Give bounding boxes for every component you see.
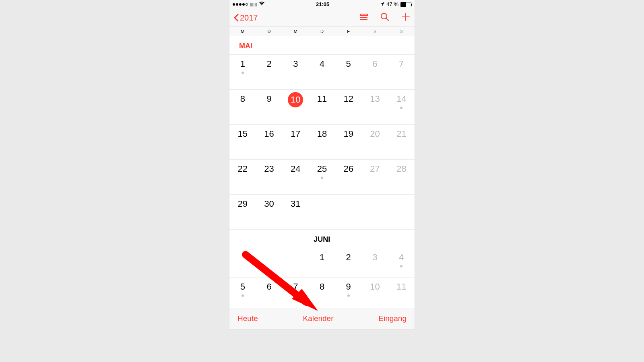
day-cell[interactable]: 19 — [335, 125, 362, 159]
day-number: 2 — [346, 252, 351, 263]
month-label-june-row: JUNI — [229, 230, 415, 248]
day-cell[interactable]: 24 — [282, 160, 309, 194]
event-dot-icon — [242, 294, 244, 297]
battery-label: 47 % — [386, 0, 398, 9]
day-number: 30 — [264, 199, 274, 209]
calendar-row: 293031 — [229, 195, 415, 230]
day-cell[interactable]: 21 — [388, 125, 415, 159]
day-cell[interactable]: 10 — [282, 90, 309, 124]
event-dot-icon — [242, 72, 244, 74]
day-cell[interactable]: 25 — [309, 160, 335, 194]
inbox-button[interactable]: Eingang — [378, 314, 407, 323]
day-cell[interactable]: 5 — [335, 55, 362, 89]
day-cell[interactable]: 1 — [309, 248, 335, 277]
weekday: S — [388, 29, 415, 34]
nav-bar: 2017 — [229, 9, 415, 27]
carrier-icon — [250, 3, 257, 6]
day-number: 23 — [264, 164, 274, 174]
chevron-left-icon — [233, 14, 239, 22]
day-cell[interactable]: 16 — [256, 125, 283, 159]
calendar-row: 1234 — [229, 248, 415, 278]
day-cell[interactable]: 8 — [309, 278, 335, 312]
day-number: 12 — [343, 94, 353, 104]
day-number: 31 — [291, 199, 300, 209]
calendar-row: 891011121314 — [229, 90, 415, 125]
day-cell[interactable]: 3 — [282, 55, 309, 89]
day-cell[interactable]: 17 — [282, 125, 309, 159]
search-icon[interactable] — [380, 12, 390, 23]
event-dot-icon — [400, 107, 402, 109]
today-button[interactable]: Heute — [237, 314, 258, 323]
day-cell[interactable]: 7 — [282, 278, 309, 312]
day-cell[interactable]: 6 — [256, 278, 283, 312]
cell-signal-icon — [233, 3, 248, 6]
day-number: 14 — [396, 94, 406, 104]
empty-cell — [309, 195, 335, 229]
back-label: 2017 — [240, 13, 258, 23]
day-cell[interactable]: 29 — [229, 195, 256, 229]
day-number: 8 — [240, 94, 245, 104]
calendar-row: 1234567 — [229, 55, 415, 90]
day-cell[interactable]: 4 — [309, 55, 335, 89]
event-dot-icon — [400, 265, 402, 267]
day-number: 1 — [320, 252, 324, 263]
day-cell[interactable]: 26 — [335, 160, 362, 194]
day-cell[interactable]: 6 — [362, 55, 388, 89]
calendar-scroll[interactable]: MAI 123456789101112131415161718192021222… — [229, 36, 415, 313]
day-cell[interactable]: 22 — [229, 160, 256, 194]
weekday: M — [229, 29, 256, 34]
day-cell[interactable]: 15 — [229, 125, 256, 159]
weekday: F — [335, 29, 362, 34]
day-number: 3 — [293, 59, 298, 69]
day-cell[interactable]: 9 — [256, 90, 283, 124]
day-cell[interactable]: 28 — [388, 160, 415, 194]
empty-cell — [229, 248, 256, 277]
day-cell[interactable]: 2 — [335, 248, 362, 277]
day-number: 13 — [370, 94, 380, 104]
day-cell[interactable]: 14 — [388, 90, 415, 124]
day-cell[interactable]: 2 — [256, 55, 283, 89]
day-cell[interactable]: 11 — [388, 278, 415, 312]
weekday: S — [362, 29, 388, 34]
day-cell[interactable]: 1 — [229, 55, 256, 89]
location-icon — [380, 0, 384, 9]
day-number: 7 — [399, 59, 404, 69]
day-cell[interactable]: 7 — [388, 55, 415, 89]
add-icon[interactable] — [401, 12, 411, 23]
day-number: 25 — [317, 164, 327, 174]
day-number: 28 — [396, 164, 406, 174]
day-number: 20 — [370, 129, 380, 139]
day-number: 9 — [346, 282, 351, 292]
event-dot-icon — [347, 294, 350, 297]
day-number: 4 — [320, 59, 324, 69]
day-number: 6 — [372, 59, 377, 69]
day-number: 21 — [396, 129, 406, 139]
day-cell[interactable]: 12 — [335, 90, 362, 124]
day-cell[interactable]: 10 — [362, 278, 388, 312]
day-cell[interactable]: 8 — [229, 90, 256, 124]
back-button[interactable]: 2017 — [233, 13, 258, 23]
day-cell[interactable]: 27 — [362, 160, 388, 194]
day-cell[interactable]: 3 — [362, 248, 388, 277]
day-number: 5 — [240, 282, 245, 292]
day-cell[interactable]: 4 — [388, 248, 415, 277]
day-number: 4 — [399, 252, 404, 263]
day-cell[interactable]: 11 — [309, 90, 335, 124]
day-cell[interactable]: 18 — [309, 125, 335, 159]
day-cell[interactable]: 23 — [256, 160, 283, 194]
calendars-button[interactable]: Kalender — [303, 314, 333, 323]
day-cell[interactable]: 5 — [229, 278, 256, 312]
day-number: 18 — [317, 129, 327, 139]
day-cell[interactable]: 9 — [335, 278, 362, 312]
phone-frame: 21:05 47 % 2017 MDMDFSS — [229, 0, 415, 329]
day-cell[interactable]: 31 — [282, 195, 309, 229]
list-view-icon[interactable] — [359, 12, 369, 23]
day-cell[interactable]: 13 — [362, 90, 388, 124]
day-number: 11 — [396, 282, 406, 292]
day-number: 8 — [320, 282, 324, 292]
day-cell[interactable]: 30 — [256, 195, 283, 229]
day-cell[interactable]: 20 — [362, 125, 388, 159]
month-may: 1234567891011121314151617181920212223242… — [229, 55, 415, 230]
wifi-icon — [259, 0, 265, 9]
day-number: 11 — [317, 94, 327, 104]
